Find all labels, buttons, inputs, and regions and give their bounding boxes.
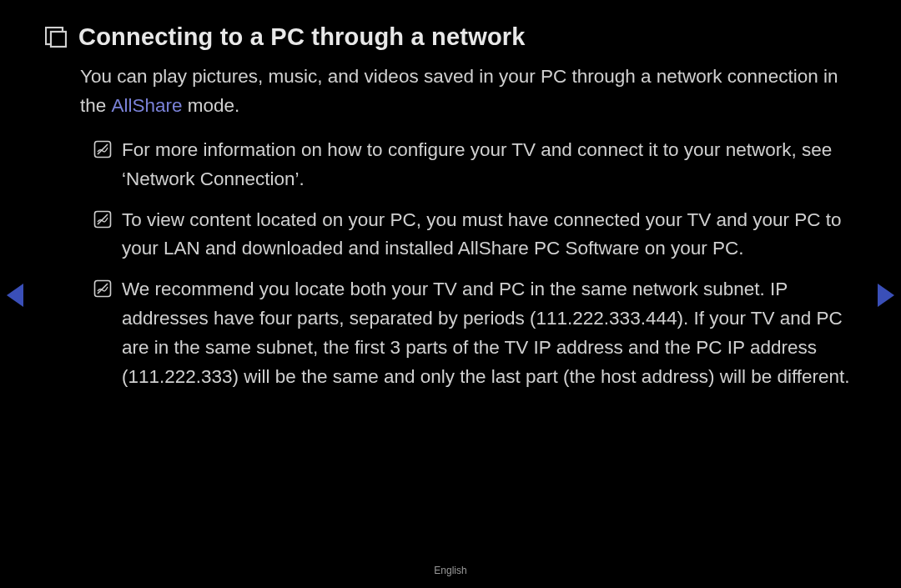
svg-line-3 (98, 144, 108, 154)
title-row: Connecting to a PC through a network (45, 23, 851, 51)
note-item: To view content located on your PC, you … (93, 206, 851, 264)
svg-rect-1 (51, 32, 66, 47)
page-title: Connecting to a PC through a network (78, 23, 526, 51)
note-text: To view content located on your PC, you … (122, 206, 851, 264)
svg-line-5 (98, 214, 108, 224)
note-item: For more information on how to configure… (93, 136, 851, 194)
note-icon (93, 279, 112, 298)
note-text: For more information on how to configure… (122, 136, 851, 194)
note-text: We recommend you locate both your TV and… (122, 275, 851, 392)
nav-prev-arrow[interactable] (7, 284, 23, 307)
note-icon (93, 210, 112, 229)
intro-paragraph: You can play pictures, music, and videos… (80, 63, 851, 121)
intro-post: mode. (183, 95, 240, 116)
nav-next-arrow[interactable] (878, 284, 894, 307)
svg-line-7 (98, 284, 108, 294)
checkbox-icon (45, 27, 67, 48)
note-item: We recommend you locate both your TV and… (93, 275, 851, 392)
note-icon (93, 140, 112, 158)
intro-highlight: AllShare (112, 95, 183, 116)
footer-language: English (0, 565, 901, 576)
page-content: Connecting to a PC through a network You… (0, 0, 901, 392)
